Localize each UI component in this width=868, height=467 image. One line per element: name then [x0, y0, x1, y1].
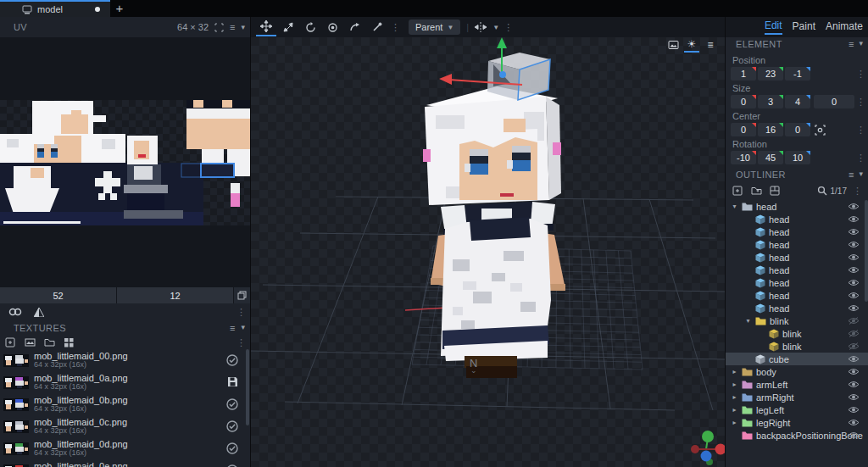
visibility-eye-icon[interactable] — [848, 355, 860, 363]
rotate-tool[interactable] — [300, 18, 320, 36]
size-overflow-icon[interactable]: ⋮ — [856, 97, 865, 108]
textures-toolbar-overflow-icon[interactable]: ⋮ — [236, 337, 246, 348]
textures-collapse-icon[interactable]: ▾ — [241, 323, 245, 333]
outliner-item-head[interactable]: head — [726, 225, 868, 238]
tree-chevron-icon[interactable]: ▸ — [731, 381, 738, 388]
uv-frame-icon[interactable] — [214, 23, 224, 32]
center-y-input[interactable]: 16 — [758, 123, 783, 136]
texture-check-icon[interactable] — [226, 442, 238, 454]
outliner-item-armRight[interactable]: ▸armRight — [726, 391, 868, 403]
new-tab-button[interactable]: + — [110, 0, 129, 17]
visibility-eye-icon[interactable] — [848, 431, 860, 439]
link-uv-icon[interactable] — [8, 308, 22, 316]
mirror-toggle-icon[interactable] — [470, 18, 491, 36]
visibility-eye-off-icon[interactable] — [848, 317, 860, 325]
visibility-eye-icon[interactable] — [848, 241, 860, 248]
center-pivot-button[interactable] — [812, 123, 827, 136]
outliner-item-head[interactable]: head — [726, 213, 868, 225]
viewport-canvas[interactable]: ☀ ≡ N ⌄ — [250, 37, 725, 467]
texture-item[interactable]: mob_littlemaid_0c.png64 x 32px (16x) — [0, 415, 250, 437]
mode-tab-animate[interactable]: Animate — [826, 20, 863, 34]
outliner-item-head[interactable]: head — [726, 302, 868, 314]
tree-chevron-icon[interactable]: ▸ — [731, 393, 738, 401]
import-folder-icon[interactable] — [44, 337, 55, 347]
tree-chevron-icon[interactable]: ▾ — [731, 203, 738, 210]
center-x-input[interactable]: 0 — [731, 123, 756, 136]
tab-model[interactable]: model — [0, 0, 110, 17]
visibility-eye-icon[interactable] — [848, 406, 860, 414]
center-overflow-icon[interactable]: ⋮ — [856, 125, 865, 136]
tree-chevron-icon[interactable]: ▸ — [731, 419, 738, 426]
visibility-eye-icon[interactable] — [848, 228, 860, 236]
texture-item[interactable]: mob_littlemaid_00.png64 x 32px (16x) — [0, 349, 250, 371]
visibility-eye-icon[interactable] — [848, 393, 860, 401]
outliner-item-head[interactable]: head — [726, 289, 868, 302]
tree-chevron-icon[interactable]: ▾ — [744, 317, 752, 325]
position-x-input[interactable]: 1 — [731, 67, 756, 81]
vertex-snap-tool[interactable] — [344, 18, 364, 36]
outliner-item-armLeft[interactable]: ▸armLeft — [726, 378, 868, 391]
position-y-input[interactable]: 23 — [758, 67, 783, 81]
mirror-overflow-icon[interactable]: ⋮ — [501, 22, 515, 33]
size-y-input[interactable]: 3 — [758, 95, 783, 108]
visibility-eye-icon[interactable] — [848, 215, 860, 223]
outliner-item-cube[interactable]: cube — [726, 353, 868, 365]
visibility-eye-icon[interactable] — [848, 419, 860, 426]
tree-chevron-icon[interactable]: ▸ — [731, 368, 738, 375]
texture-check-icon[interactable] — [226, 420, 238, 432]
resize-tool[interactable] — [278, 18, 298, 36]
visibility-eye-icon[interactable] — [848, 368, 860, 375]
size-x-input[interactable]: 0 — [731, 95, 756, 108]
visibility-eye-icon[interactable] — [848, 381, 860, 388]
pivot-tool[interactable] — [322, 18, 342, 36]
palette-icon[interactable] — [64, 337, 75, 347]
visibility-eye-icon[interactable] — [848, 304, 860, 312]
uv-collapse-icon[interactable]: ▾ — [241, 23, 245, 31]
outliner-scrollbar[interactable] — [865, 200, 868, 302]
mode-tab-paint[interactable]: Paint — [793, 20, 815, 34]
outliner-item-body[interactable]: ▸body — [726, 365, 868, 378]
texture-item[interactable]: mob_littlemaid_0d.png64 x 32px (16x) — [0, 437, 250, 459]
textures-menu-icon[interactable]: ≡ — [230, 323, 235, 333]
outliner-item-backpackPositioningBone[interactable]: backpackPositioningBone — [726, 429, 868, 442]
visibility-eye-icon[interactable] — [848, 279, 860, 286]
uv-y-input[interactable]: 12 — [117, 287, 233, 303]
visibility-eye-off-icon[interactable] — [848, 342, 860, 350]
move-tool[interactable] — [256, 18, 276, 36]
add-group-icon[interactable] — [751, 186, 762, 196]
rotation-x-input[interactable]: -10 — [731, 151, 756, 164]
search-icon[interactable] — [817, 186, 827, 196]
tree-chevron-icon[interactable]: ▸ — [731, 406, 738, 414]
uv-copy-icon[interactable] — [234, 287, 250, 303]
outliner-collapse-icon[interactable]: ▾ — [859, 170, 863, 180]
rotation-overflow-icon[interactable]: ⋮ — [856, 153, 865, 164]
outliner-item-head[interactable]: ▾head — [726, 200, 868, 213]
outliner-item-head[interactable]: head — [726, 276, 868, 289]
texture-item[interactable]: mob_littlemaid_0a.png64 x 32px (16x) — [0, 371, 250, 393]
visibility-eye-icon[interactable] — [848, 253, 860, 261]
toolbar-overflow-icon[interactable]: ⋮ — [388, 22, 403, 33]
visibility-eye-icon[interactable] — [848, 292, 860, 299]
texture-item[interactable]: mob_littlemaid_0b.png64 x 32px (16x) — [0, 393, 250, 415]
outliner-item-blink[interactable]: blink — [726, 327, 868, 340]
texture-list-scrollbar[interactable] — [246, 349, 249, 425]
outliner-item-blink[interactable]: blink — [726, 340, 868, 353]
add-cube-icon[interactable] — [732, 186, 743, 196]
visibility-eye-icon[interactable] — [848, 203, 860, 210]
size-z-input[interactable]: 4 — [785, 95, 810, 108]
mode-tab-edit[interactable]: Edit — [765, 19, 782, 35]
texture-item[interactable]: mob_littlemaid_0e.png64 x 32px (16x) — [0, 459, 250, 467]
create-texture-icon[interactable] — [25, 337, 36, 347]
element-collapse-icon[interactable]: ▾ — [859, 39, 863, 49]
outliner-overflow-icon[interactable]: ⋮ — [850, 186, 865, 197]
screenshot-icon[interactable] — [665, 37, 681, 53]
uv-texture-canvas[interactable] — [0, 37, 250, 287]
texture-check-icon[interactable] — [226, 398, 238, 410]
seam-tool[interactable] — [366, 18, 387, 36]
shading-sun-icon[interactable]: ☀ — [684, 37, 699, 53]
uv-menu-icon[interactable]: ≡ — [230, 22, 235, 32]
import-texture-icon[interactable] — [5, 337, 16, 347]
element-menu-icon[interactable]: ≡ — [849, 39, 854, 49]
transform-space-dropdown[interactable]: Parent ▼ — [409, 19, 460, 35]
uv-x-input[interactable]: 52 — [0, 287, 116, 303]
